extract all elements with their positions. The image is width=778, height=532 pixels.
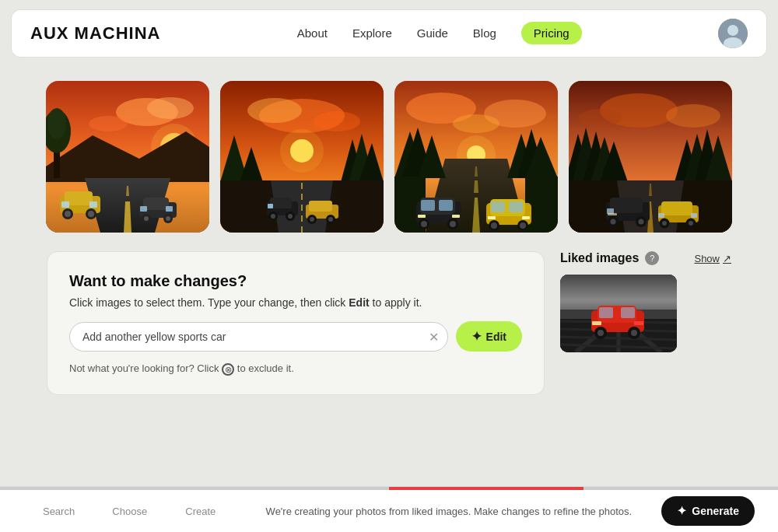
svg-point-1: [727, 25, 738, 36]
svg-point-118: [611, 219, 616, 225]
svg-rect-86: [418, 215, 426, 218]
svg-rect-116: [610, 198, 643, 213]
bottom-description: We're creating your photos from liked im…: [236, 506, 661, 517]
svg-marker-68: [474, 180, 478, 193]
edit-subtitle: Click images to select them. Type your c…: [69, 296, 522, 309]
svg-point-120: [639, 219, 644, 225]
svg-rect-55: [309, 201, 332, 212]
nav-item-guide[interactable]: Guide: [417, 26, 448, 40]
svg-point-21: [88, 211, 94, 217]
gallery-image-3[interactable]: [394, 81, 558, 233]
expand-icon: ↗: [723, 253, 731, 264]
liked-header: Liked images ? Show ↗: [560, 251, 731, 265]
gallery-image-1[interactable]: [46, 81, 209, 233]
svg-point-101: [578, 109, 622, 128]
text-input-wrapper: ✕: [69, 322, 448, 352]
liked-heading: Liked images: [560, 251, 639, 265]
tab-choose[interactable]: Choose: [94, 502, 165, 520]
svg-rect-122: [608, 213, 617, 215]
subtitle-end: to apply it.: [370, 296, 422, 309]
svg-point-100: [666, 104, 720, 128]
svg-rect-31: [166, 206, 173, 212]
svg-point-85: [450, 221, 456, 227]
svg-rect-130: [691, 213, 697, 218]
generate-spark-icon: ✦: [677, 504, 687, 518]
svg-rect-30: [140, 206, 147, 212]
help-icon[interactable]: ?: [645, 251, 659, 265]
svg-point-59: [328, 217, 333, 222]
subtitle-bold: Edit: [349, 296, 369, 309]
image-gallery: [0, 67, 778, 251]
svg-rect-80: [421, 200, 435, 211]
show-link[interactable]: Show ↗: [694, 253, 731, 264]
svg-rect-97: [522, 216, 530, 219]
svg-point-126: [662, 221, 667, 226]
svg-point-29: [166, 216, 170, 221]
svg-rect-145: [621, 307, 635, 318]
svg-point-147: [598, 330, 604, 336]
tab-create[interactable]: Create: [165, 502, 236, 520]
not-looking-text: Not what you're looking for? Click ⊗ to …: [69, 362, 522, 376]
svg-rect-91: [509, 201, 523, 212]
svg-rect-150: [592, 321, 601, 325]
exclude-icon: ⊗: [222, 363, 234, 376]
svg-point-128: [689, 221, 693, 226]
edit-button-label: Edit: [486, 331, 506, 343]
site-logo: AUX MACHINA: [30, 23, 160, 44]
svg-point-5: [147, 97, 194, 119]
liked-image[interactable]: [560, 275, 677, 352]
svg-rect-129: [658, 213, 664, 218]
nav-item-explore[interactable]: Explore: [352, 26, 392, 40]
svg-rect-23: [89, 201, 97, 208]
svg-point-95: [520, 222, 526, 229]
spark-icon: ✦: [471, 329, 482, 344]
svg-point-27: [144, 216, 149, 221]
nav-item-about[interactable]: About: [297, 26, 328, 40]
svg-point-83: [421, 221, 427, 227]
svg-rect-48: [270, 198, 292, 208]
svg-rect-87: [452, 215, 460, 218]
svg-rect-22: [61, 201, 69, 208]
svg-rect-81: [439, 200, 453, 211]
svg-rect-151: [634, 321, 643, 325]
svg-point-93: [491, 222, 497, 229]
svg-point-63: [453, 114, 499, 133]
subtitle-text: Click images to select them. Type your c…: [69, 296, 349, 309]
generate-button[interactable]: ✦ Generate: [661, 496, 755, 526]
tab-search[interactable]: Search: [23, 502, 94, 520]
nav-links: About Explore Guide Blog Pricing: [297, 26, 582, 40]
edit-input-row: ✕ ✦ Edit: [69, 321, 522, 352]
bottom-nav-tabs: Search Choose Create: [23, 502, 236, 520]
edit-heading: Want to make changes?: [69, 272, 522, 290]
user-avatar[interactable]: [718, 19, 748, 48]
bottom-content: Search Choose Create We're creating your…: [0, 490, 778, 532]
svg-rect-53: [268, 204, 273, 208]
svg-point-50: [271, 214, 275, 219]
svg-point-149: [631, 330, 637, 336]
edit-text-input[interactable]: [69, 322, 448, 352]
svg-point-37: [280, 129, 324, 173]
svg-point-19: [65, 211, 71, 217]
liked-panel: Liked images ? Show ↗: [560, 251, 731, 395]
gallery-image-2[interactable]: [220, 81, 384, 233]
nav-item-pricing[interactable]: Pricing: [521, 26, 582, 40]
svg-point-34: [247, 98, 302, 123]
nav-item-blog[interactable]: Blog: [473, 26, 496, 40]
svg-rect-144: [599, 307, 613, 318]
svg-point-6: [89, 116, 128, 131]
clear-icon[interactable]: ✕: [429, 329, 439, 344]
svg-rect-124: [661, 201, 692, 215]
svg-point-35: [314, 111, 360, 131]
main-content: Want to make changes? Click images to se…: [0, 251, 778, 411]
svg-rect-96: [488, 216, 496, 219]
edit-button[interactable]: ✦ Edit: [456, 321, 522, 352]
svg-point-52: [288, 214, 293, 219]
gallery-image-4[interactable]: [569, 81, 732, 233]
svg-point-15: [47, 108, 66, 139]
navbar: AUX MACHINA About Explore Guide Blog Pri…: [11, 9, 767, 58]
svg-point-57: [310, 217, 314, 222]
edit-panel: Want to make changes? Click images to se…: [47, 251, 545, 395]
bottom-bar: Search Choose Create We're creating your…: [0, 486, 778, 532]
generate-label: Generate: [692, 505, 739, 517]
svg-rect-90: [491, 201, 505, 212]
